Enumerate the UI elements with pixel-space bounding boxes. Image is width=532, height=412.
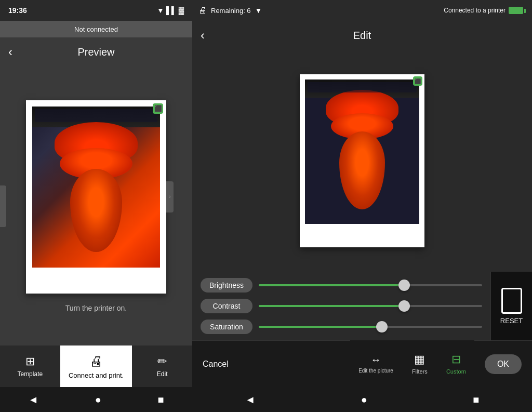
signal-icon: ▌▌	[166, 6, 177, 15]
saturation-row: Saturation	[201, 320, 482, 334]
filters-icon: ▦	[414, 353, 425, 366]
left-green-badge: ⬛	[153, 103, 163, 114]
saturation-track[interactable]	[259, 326, 482, 328]
edit-tongue	[339, 131, 385, 209]
contrast-fill	[259, 305, 404, 307]
filters-tab[interactable]: ▦ Filters	[402, 340, 438, 387]
saturation-label: Saturation	[201, 320, 252, 334]
left-back-button[interactable]: ‹	[8, 45, 12, 59]
printer-status-text: Turn the printer on.	[65, 304, 127, 312]
action-tabs: ↔ Edit the picture ▦ Filters ⊟ Custom	[350, 340, 474, 387]
edit-picture-label: Edit the picture	[358, 368, 393, 374]
remaining-info: 🖨 Remaining: 6 ▼	[198, 6, 262, 15]
custom-icon: ⊟	[451, 353, 461, 366]
right-system-bar: ◄ ● ■	[192, 387, 532, 412]
lips-sculpture	[55, 122, 138, 257]
connected-text: Connected to a printer	[444, 7, 506, 14]
not-connected-text: Not connected	[74, 25, 118, 33]
contrast-track[interactable]	[259, 305, 482, 307]
template-label: Template	[17, 370, 43, 378]
right-nav-title: Edit	[353, 30, 371, 42]
photo-image	[32, 107, 160, 268]
left-back-sys-btn[interactable]: ◄	[28, 394, 38, 406]
battery-fill	[510, 8, 522, 13]
left-bottom-nav: ⊞ Template 🖨 Connect and print. ✏ Edit	[0, 345, 192, 387]
right-panel: 🖨 Remaining: 6 ▼ Connected to a printer …	[192, 0, 532, 412]
contrast-row: Contrast	[201, 299, 482, 313]
left-panel: 19:36 ▼ ▌▌ ▓ Not connected ‹ Preview	[0, 0, 192, 412]
left-recent-btn[interactable]: ■	[158, 394, 164, 406]
right-green-badge: ⬛	[413, 76, 422, 86]
battery-bar	[509, 7, 523, 14]
template-icon: ⊞	[25, 355, 35, 368]
cancel-section: Cancel	[192, 340, 350, 387]
edit-lips-sculpture	[326, 90, 398, 215]
ok-button[interactable]: OK	[485, 354, 522, 374]
remaining-text: Remaining: 6	[211, 7, 251, 15]
custom-label: Custom	[446, 368, 466, 375]
brightness-track[interactable]	[259, 284, 482, 286]
right-status-bar: 🖨 Remaining: 6 ▼ Connected to a printer	[192, 0, 532, 21]
cancel-button[interactable]: Cancel	[203, 360, 229, 369]
edit-content: ⬛ Brightness Contrast	[192, 50, 532, 387]
left-status-icons: ▼ ▌▌ ▓	[157, 6, 184, 15]
saturation-thumb[interactable]	[376, 321, 388, 333]
edit-photo-frame: ⬛	[300, 74, 424, 247]
store-shelf-bg	[308, 82, 417, 92]
wifi-icon: ▼	[157, 6, 164, 15]
connect-print-button[interactable]: 🖨 Connect and print.	[60, 345, 132, 387]
battery-icon: ▓	[179, 6, 184, 15]
left-time: 19:36	[8, 6, 27, 15]
right-home-btn[interactable]: ●	[361, 394, 367, 406]
controls-area: Brightness Contrast Saturation	[192, 272, 490, 340]
edit-picture-icon: ↔	[371, 354, 381, 366]
reset-label[interactable]: RESET	[500, 317, 523, 325]
contrast-thumb[interactable]	[398, 300, 410, 312]
printer-connected-info: Connected to a printer	[444, 7, 526, 14]
brightness-fill	[259, 284, 404, 286]
template-tab[interactable]: ⊞ Template	[0, 345, 60, 387]
right-back-button[interactable]: ‹	[192, 28, 213, 43]
left-status-bar: 19:36 ▼ ▌▌ ▓	[0, 0, 192, 21]
left-nav-title: Preview	[77, 46, 114, 58]
brightness-row: Brightness	[201, 278, 482, 293]
side-arrow[interactable]: ›	[166, 181, 174, 212]
edit-image-area: ⬛	[192, 50, 532, 272]
connect-label: Connect and print.	[69, 371, 124, 379]
brightness-thumb[interactable]	[398, 280, 410, 291]
edit-icon: ✏	[157, 355, 167, 368]
tongue	[70, 169, 122, 252]
battery-right-container	[509, 7, 526, 14]
edit-tab[interactable]: ✏ Edit	[132, 345, 192, 387]
reset-section: RESET	[490, 272, 532, 340]
contrast-label: Contrast	[201, 299, 252, 313]
saturation-fill	[259, 326, 382, 328]
left-side-tab	[0, 185, 6, 227]
bottom-actions-row: Cancel ↔ Edit the picture ▦ Filters ⊟ Cu…	[192, 340, 532, 387]
left-home-btn[interactable]: ●	[95, 394, 101, 406]
preview-area: ⬛ › Turn the printer on.	[0, 67, 192, 345]
sliders-reset-row: Brightness Contrast Saturation	[192, 272, 532, 340]
edit-label: Edit	[157, 370, 168, 378]
print-cartridge-icon: 🖨	[198, 6, 207, 15]
right-recent-btn[interactable]: ■	[473, 394, 479, 406]
battery-tip	[524, 9, 526, 13]
reset-icon	[501, 288, 522, 314]
printer-icon: 🖨	[89, 353, 103, 369]
ok-container: OK	[474, 340, 532, 387]
brightness-label: Brightness	[201, 278, 252, 293]
left-system-bar: ◄ ● ■	[0, 387, 192, 412]
custom-tab[interactable]: ⊟ Custom	[438, 340, 474, 387]
photo-frame: ⬛ ›	[26, 100, 166, 294]
right-top-nav: ‹ Edit	[192, 21, 532, 50]
dropdown-icon: ▼	[255, 6, 262, 15]
left-top-nav: ‹ Preview	[0, 37, 192, 67]
right-back-sys-btn[interactable]: ◄	[245, 394, 256, 406]
not-connected-bar: Not connected	[0, 21, 192, 37]
edit-photo-image	[305, 79, 419, 224]
edit-picture-tab[interactable]: ↔ Edit the picture	[350, 340, 402, 387]
filters-label: Filters	[412, 368, 428, 375]
